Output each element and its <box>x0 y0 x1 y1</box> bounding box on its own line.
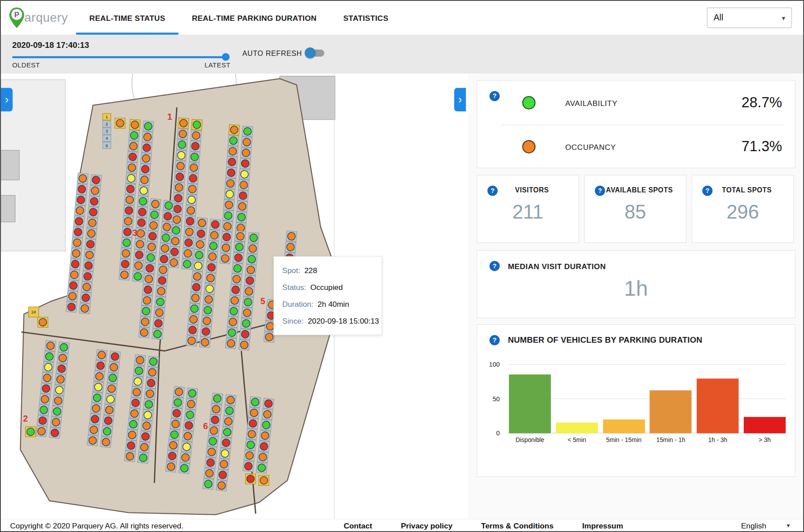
parking-spot[interactable] <box>82 283 91 291</box>
parking-spot[interactable] <box>250 234 258 242</box>
parking-spot[interactable] <box>246 277 254 285</box>
parking-spot[interactable] <box>163 223 171 231</box>
auto-refresh-toggle-knob[interactable] <box>305 47 316 58</box>
parking-spot[interactable] <box>174 194 182 202</box>
parking-spot[interactable] <box>154 319 163 328</box>
parking-spot[interactable] <box>232 275 241 283</box>
parking-spot[interactable] <box>222 233 230 241</box>
parking-spot[interactable] <box>240 170 248 178</box>
parking-spot[interactable] <box>148 232 157 240</box>
parking-spot[interactable] <box>141 318 149 326</box>
parking-spot[interactable] <box>191 142 199 150</box>
parking-spot[interactable] <box>72 249 81 258</box>
parking-spot[interactable] <box>226 180 234 188</box>
parking-spot[interactable] <box>176 173 183 181</box>
parking-spot[interactable] <box>148 243 156 251</box>
parking-spot[interactable] <box>184 249 192 257</box>
parking-spot[interactable] <box>198 219 206 227</box>
parking-spot[interactable] <box>229 318 237 326</box>
parking-spot[interactable] <box>89 208 98 216</box>
parking-spot[interactable] <box>224 211 232 219</box>
footer-link-terms-conditions[interactable]: Terms & Conditions <box>481 521 554 530</box>
help-icon[interactable]: ? <box>489 91 500 101</box>
parking-spot[interactable] <box>265 333 273 341</box>
parking-spot[interactable] <box>188 326 197 334</box>
parking-spot[interactable] <box>140 187 148 195</box>
parking-spot[interactable] <box>116 119 124 127</box>
tab-real-time-status[interactable]: REAL-TIME STATUS <box>76 1 179 35</box>
parking-spot[interactable] <box>239 192 247 200</box>
parking-spot[interactable] <box>156 298 164 306</box>
parking-spot[interactable] <box>229 137 237 145</box>
parking-spot[interactable] <box>247 475 254 482</box>
parking-spot[interactable] <box>242 319 250 328</box>
parking-spot[interactable] <box>172 226 180 234</box>
help-icon[interactable]: ? <box>703 186 713 196</box>
parking-spot[interactable] <box>68 292 77 301</box>
parking-spot[interactable] <box>171 248 179 256</box>
parking-spot[interactable] <box>83 272 92 281</box>
time-slider[interactable] <box>12 53 228 61</box>
parking-spot[interactable] <box>247 266 255 274</box>
parking-spot[interactable] <box>147 254 155 262</box>
parking-spot[interactable] <box>131 121 139 129</box>
parking-spot[interactable] <box>157 287 165 296</box>
parking-spot[interactable] <box>179 130 187 138</box>
parking-spot[interactable] <box>121 260 129 268</box>
parking-spot[interactable] <box>189 174 197 182</box>
parking-spot[interactable] <box>88 219 97 227</box>
parking-spot[interactable] <box>227 339 235 348</box>
parking-spot[interactable] <box>39 318 47 326</box>
parking-spot[interactable] <box>227 168 235 176</box>
parking-spot[interactable] <box>240 181 248 189</box>
footer-link-impressum[interactable]: Impressum <box>582 521 623 530</box>
parking-spot[interactable] <box>173 205 181 213</box>
parking-spot[interactable] <box>144 122 152 130</box>
parking-spot[interactable] <box>92 176 100 184</box>
parking-spot[interactable] <box>207 274 215 282</box>
parking-spot[interactable] <box>178 141 186 149</box>
parking-spot[interactable] <box>209 242 218 250</box>
help-icon[interactable]: ? <box>595 186 605 196</box>
parking-spot[interactable] <box>91 187 99 195</box>
parking-spot[interactable] <box>242 138 250 146</box>
parking-spot[interactable] <box>71 260 79 268</box>
parking-spot[interactable] <box>235 243 244 251</box>
parking-spot[interactable] <box>149 221 158 230</box>
parking-spot[interactable] <box>164 201 173 210</box>
language-select[interactable]: English ▾ <box>741 521 790 530</box>
parking-spot[interactable] <box>86 240 95 249</box>
parking-spot[interactable] <box>245 287 253 296</box>
parking-spot[interactable] <box>143 296 151 305</box>
parking-spot[interactable] <box>161 244 169 253</box>
parking-spot[interactable] <box>90 197 98 206</box>
parking-spot[interactable] <box>177 151 185 159</box>
parking-spot[interactable] <box>194 262 203 270</box>
parking-spot[interactable] <box>69 282 78 290</box>
parking-spot[interactable] <box>230 126 238 134</box>
parking-spot[interactable] <box>238 202 246 210</box>
parking-spot[interactable] <box>27 428 34 435</box>
parking-spot[interactable] <box>130 131 138 139</box>
parking-spot[interactable] <box>150 211 159 219</box>
parking-spot[interactable] <box>142 307 150 315</box>
parking-spot[interactable] <box>190 305 199 313</box>
parking-spot[interactable] <box>76 207 84 215</box>
parking-spot[interactable] <box>243 127 251 135</box>
parking-spot[interactable] <box>236 232 245 241</box>
help-icon[interactable]: ? <box>488 186 498 196</box>
time-slider-knob[interactable] <box>222 53 230 61</box>
parking-spot[interactable] <box>122 249 130 257</box>
parking-spot[interactable] <box>192 283 201 291</box>
parking-spot[interactable] <box>231 286 240 294</box>
parking-spot[interactable] <box>230 296 239 305</box>
footer-link-privacy-policy[interactable]: Privacy policy <box>401 521 452 530</box>
parking-spot[interactable] <box>175 184 183 192</box>
parking-spot[interactable] <box>241 160 249 168</box>
parking-spot[interactable] <box>184 239 192 246</box>
parking-spot[interactable] <box>196 240 204 249</box>
parking-spot[interactable] <box>137 229 144 237</box>
tab-real-time-parking-duration[interactable]: REAL-TIME PARKING DURATION <box>179 1 330 35</box>
parking-spot[interactable] <box>228 158 236 166</box>
parking-spot[interactable] <box>260 477 268 484</box>
